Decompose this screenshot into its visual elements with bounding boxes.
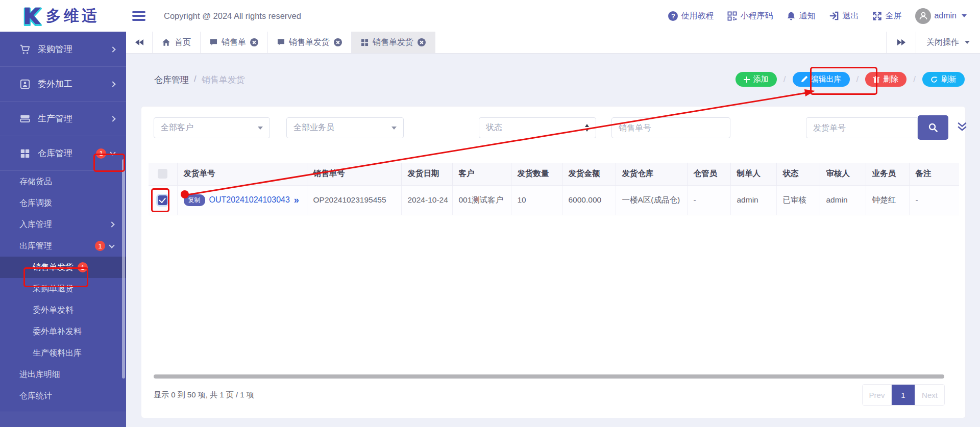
sidebar-item-label: 委外加工 bbox=[38, 78, 111, 90]
copyright-text: Copyright @ 2024 All rights reserved bbox=[164, 11, 301, 21]
delete-button[interactable]: 删除 bbox=[865, 72, 906, 87]
close-tab-icon[interactable] bbox=[418, 38, 426, 46]
brand-logo[interactable]: 多维适 bbox=[0, 5, 126, 27]
column-header[interactable]: 客户 bbox=[452, 163, 511, 185]
next-page-button[interactable]: Next bbox=[915, 385, 944, 405]
column-header[interactable]: 状态 bbox=[776, 163, 820, 185]
tab-home[interactable]: 首页 bbox=[153, 32, 201, 53]
user-caret-icon bbox=[962, 14, 967, 17]
page-1-button[interactable]: 1 bbox=[892, 385, 915, 405]
sidebar-item-warehouse-stats[interactable]: 仓库统计 bbox=[0, 385, 126, 407]
document-icon bbox=[210, 39, 217, 46]
sidebar-item-stored-goods[interactable]: 存储货品 bbox=[0, 171, 126, 192]
column-header[interactable]: 发货仓库 bbox=[616, 163, 687, 185]
close-tab-icon[interactable] bbox=[334, 38, 342, 46]
edit-outbound-button[interactable]: 编辑出库 bbox=[793, 72, 850, 87]
scroll-tabs-left-button[interactable] bbox=[126, 32, 153, 53]
sales-order-no-input[interactable] bbox=[619, 123, 723, 133]
sidebar-scrollbar[interactable] bbox=[122, 159, 125, 379]
column-header[interactable]: 仓管员 bbox=[687, 163, 730, 185]
caret-down-icon bbox=[965, 41, 970, 44]
refresh-button[interactable]: 刷新 bbox=[922, 72, 965, 87]
trash-icon bbox=[873, 76, 879, 83]
column-header[interactable]: 备注 bbox=[909, 163, 959, 185]
close-operations-dropdown[interactable]: 关闭操作 bbox=[916, 32, 980, 53]
help-icon: ? bbox=[668, 11, 678, 21]
user-menu[interactable]: admin bbox=[915, 8, 967, 24]
sidebar-item-label: 委外单补发料 bbox=[33, 326, 82, 337]
toggle-filters-button[interactable] bbox=[957, 121, 968, 135]
menu-toggle-icon[interactable] bbox=[132, 11, 145, 21]
status-filter-select[interactable]: 状态 bbox=[479, 117, 596, 138]
dropdown-arrow-icon bbox=[258, 127, 263, 130]
fullscreen-link[interactable]: 全屏 bbox=[872, 11, 901, 21]
sidebar-item-label: 采购单退货 bbox=[33, 284, 74, 294]
expand-row-icon[interactable]: » bbox=[294, 195, 299, 206]
sidebar-item-outsource-reissue[interactable]: 委外单补发料 bbox=[0, 321, 126, 342]
sidebar-item-label: 生产领料出库 bbox=[33, 348, 82, 359]
sidebar-item-sales-delivery[interactable]: 销售单发货 1 bbox=[0, 257, 126, 278]
salesman-filter-select[interactable]: 全部业务员 bbox=[286, 117, 404, 138]
column-header[interactable]: 审核人 bbox=[820, 163, 866, 185]
status-filter-value: 状态 bbox=[486, 122, 502, 133]
column-header[interactable]: 制单人 bbox=[730, 163, 776, 185]
row-checkbox[interactable] bbox=[158, 195, 167, 205]
scroll-tabs-right-button[interactable] bbox=[886, 32, 916, 53]
fullscreen-label: 全屏 bbox=[885, 11, 901, 21]
logout-link[interactable]: 退出 bbox=[829, 11, 859, 21]
tab-sales-delivery-2[interactable]: 销售单发货 bbox=[352, 32, 435, 53]
select-all-checkbox[interactable] bbox=[158, 169, 167, 179]
sidebar-item-outbound[interactable]: 出库管理 1 bbox=[0, 235, 126, 257]
cart-icon bbox=[19, 44, 31, 55]
miniprogram-link[interactable]: 小程序码 bbox=[727, 11, 773, 21]
search-button[interactable] bbox=[918, 115, 948, 140]
customer-filter-select[interactable]: 全部客户 bbox=[154, 117, 270, 138]
column-header[interactable]: 发货单号 bbox=[177, 163, 307, 185]
logout-icon bbox=[829, 11, 839, 20]
delivery-table: 发货单号 销售单号 发货日期 客户 发货数量 发货金额 发货仓库 仓管员 制单人… bbox=[149, 163, 959, 215]
cell-remark: - bbox=[909, 185, 959, 215]
sidebar-item-purchase-return[interactable]: 采购单退货 bbox=[0, 278, 126, 299]
delivery-no-field bbox=[806, 117, 918, 138]
copy-button[interactable]: 复制 bbox=[184, 194, 205, 206]
delivery-no-input[interactable] bbox=[813, 123, 911, 133]
toolbar: 添加 / 编辑出库 / 删除 / 刷新 bbox=[736, 72, 965, 87]
breadcrumb-parent[interactable]: 仓库管理 bbox=[154, 74, 189, 86]
table-row[interactable]: 复制 OUT20241024103043 » OP20241023195455 … bbox=[149, 185, 959, 215]
sidebar-item-inout-detail[interactable]: 进出库明细 bbox=[0, 364, 126, 385]
close-tab-icon[interactable] bbox=[250, 38, 258, 46]
column-header[interactable]: 发货日期 bbox=[401, 163, 452, 185]
sidebar-item-outsourcing[interactable]: 委外加工 bbox=[0, 67, 126, 102]
column-header[interactable]: 发货数量 bbox=[511, 163, 562, 185]
cell-creator: admin bbox=[730, 185, 776, 215]
sales-order-no-field bbox=[611, 117, 730, 138]
column-header[interactable]: 发货金额 bbox=[562, 163, 616, 185]
tab-sales-delivery-1[interactable]: 销售单发货 bbox=[268, 32, 352, 53]
miniprogram-label: 小程序码 bbox=[740, 11, 773, 21]
column-header[interactable]: 销售单号 bbox=[307, 163, 401, 185]
notification-link[interactable]: 通知 bbox=[787, 11, 815, 21]
sidebar-item-warehouse[interactable]: 仓库管理 1 bbox=[0, 136, 126, 171]
help-link[interactable]: ? 使用教程 bbox=[668, 11, 714, 21]
main-content: 仓库管理 / 销售单发货 添加 / 编辑出库 / 删除 / bbox=[126, 54, 980, 427]
search-icon bbox=[927, 122, 939, 133]
double-right-icon bbox=[897, 39, 905, 45]
column-header[interactable]: 业务员 bbox=[866, 163, 909, 185]
plus-icon bbox=[744, 77, 750, 83]
delivery-no-link[interactable]: OUT20241024103043 bbox=[209, 195, 290, 205]
sidebar-item-inbound[interactable]: 入库管理 bbox=[0, 214, 126, 235]
tab-sales-order[interactable]: 销售单 bbox=[201, 32, 268, 53]
sidebar-item-purchase[interactable]: 采购管理 bbox=[0, 32, 126, 67]
double-chevron-down-icon bbox=[957, 121, 968, 133]
horizontal-scrollbar[interactable] bbox=[154, 374, 944, 379]
sidebar-item-production-picking[interactable]: 生产领料出库 bbox=[0, 342, 126, 364]
sidebar-item-transfer[interactable]: 仓库调拨 bbox=[0, 192, 126, 214]
sidebar-item-label: 委外单发料 bbox=[33, 305, 74, 316]
sidebar-item-outsource-issue[interactable]: 委外单发料 bbox=[0, 299, 126, 321]
sidebar-item-production[interactable]: 生产管理 bbox=[0, 102, 126, 136]
prev-page-button[interactable]: Prev bbox=[863, 385, 892, 405]
avatar bbox=[915, 8, 931, 24]
chevron-right-icon bbox=[110, 116, 115, 121]
sidebar-item-label: 仓库管理 bbox=[38, 147, 96, 159]
add-button[interactable]: 添加 bbox=[736, 72, 777, 87]
